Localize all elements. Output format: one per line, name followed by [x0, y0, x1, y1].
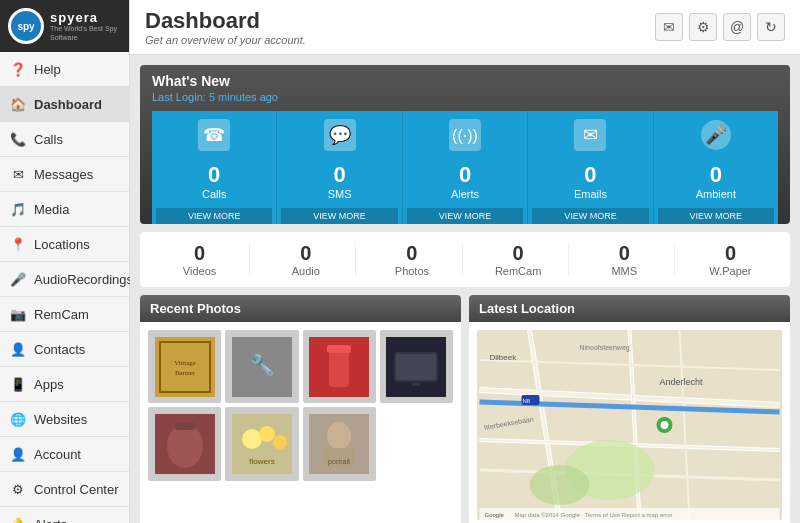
svg-text:Dilbeek: Dilbeek — [490, 353, 518, 362]
svg-text:flowers: flowers — [249, 457, 274, 466]
phone-stat-icon: ☎ — [198, 119, 230, 158]
svg-point-50 — [530, 465, 590, 505]
photo-vintage[interactable]: VintageBanner — [148, 330, 221, 403]
sidebar-label-messages: Messages — [34, 167, 93, 182]
mic-stat-icon: 🎤 — [700, 119, 732, 158]
svg-text:Anderlecht: Anderlecht — [660, 377, 704, 387]
sidebar-item-media[interactable]: 🎵 Media — [0, 192, 129, 227]
secondary-stat-videos: 0 Videos — [150, 242, 250, 277]
sidebar-item-audio-recordings[interactable]: 🎤 AudioRecordings — [0, 262, 129, 297]
secondary-stat-photos: 0 Photos — [362, 242, 462, 277]
svg-rect-12 — [155, 337, 215, 397]
sidebar-item-locations[interactable]: 📍 Locations — [0, 227, 129, 262]
sidebar-item-help[interactable]: ❓ Help — [0, 52, 129, 87]
content-area: What's New Last Login: 5 minutes ago ☎ 0… — [130, 55, 800, 523]
sidebar: spy spyera The World's Best Spy Software… — [0, 0, 130, 523]
stat-view-more-0[interactable]: VIEW MORE — [156, 208, 272, 224]
sidebar-label-account: Account — [34, 447, 81, 462]
stat-value-4: 0 — [710, 162, 722, 188]
sidebar-item-alerts[interactable]: 🔔 Alerts — [0, 507, 129, 523]
svg-text:Ninoofsteenweg: Ninoofsteenweg — [580, 344, 630, 352]
email-icon[interactable]: ✉ — [655, 13, 683, 41]
remcam-icon: 📷 — [10, 306, 26, 322]
header-subtitle: Get an overview of your account. — [145, 34, 306, 46]
photo-tablet[interactable] — [380, 330, 453, 403]
logo-area: spy spyera The World's Best Spy Software — [0, 0, 129, 52]
stat-value-3: 0 — [584, 162, 596, 188]
sec-stat-label-3: RemCam — [469, 265, 568, 277]
sidebar-label-calls: Calls — [34, 132, 63, 147]
sidebar-item-apps[interactable]: 📱 Apps — [0, 367, 129, 402]
map-area: Anderlecht Dilbeek Ninoofsteenweg Itterb… — [477, 330, 782, 520]
latest-location-panel: Latest Location — [469, 295, 790, 523]
sidebar-label-apps: Apps — [34, 377, 64, 392]
sidebar-item-remcam[interactable]: 📷 RemCam — [0, 297, 129, 332]
settings-icon[interactable]: ⚙ — [689, 13, 717, 41]
stat-sms: 💬 0 SMS VIEW MORE — [277, 111, 402, 224]
photo-bottle[interactable] — [303, 330, 376, 403]
svg-rect-20 — [327, 345, 351, 353]
sidebar-item-account[interactable]: 👤 Account — [0, 437, 129, 472]
photo-tools[interactable]: 🔧 — [225, 330, 298, 403]
header-text: Dashboard Get an overview of your accoun… — [145, 8, 306, 46]
sidebar-item-contacts[interactable]: 👤 Contacts — [0, 332, 129, 367]
map-svg: Anderlecht Dilbeek Ninoofsteenweg Itterb… — [477, 330, 782, 520]
bottom-row: Recent Photos VintageBanner🔧flowersportr… — [140, 295, 790, 523]
svg-text:spy: spy — [17, 21, 35, 32]
sidebar-label-audio-recordings: AudioRecordings — [34, 272, 133, 287]
stat-value-0: 0 — [208, 162, 220, 188]
sidebar-item-control-center[interactable]: ⚙ Control Center — [0, 472, 129, 507]
apps-icon: 📱 — [10, 376, 26, 392]
stat-view-more-1[interactable]: VIEW MORE — [281, 208, 397, 224]
svg-text:Map data ©2014 Google · Terms : Map data ©2014 Google · Terms of Use Rep… — [515, 512, 673, 518]
stat-label-4: Ambient — [696, 188, 736, 200]
photo-bag[interactable] — [148, 407, 221, 480]
svg-point-30 — [259, 426, 275, 442]
sidebar-label-locations: Locations — [34, 237, 90, 252]
svg-text:☎: ☎ — [203, 125, 225, 145]
main-area: Dashboard Get an overview of your accoun… — [130, 0, 800, 523]
refresh-icon[interactable]: ↻ — [757, 13, 785, 41]
wifi-stat-icon: ((·)) — [449, 119, 481, 158]
whats-new-section: What's New Last Login: 5 minutes ago ☎ 0… — [140, 65, 790, 224]
svg-text:✉: ✉ — [583, 125, 598, 145]
sidebar-label-contacts: Contacts — [34, 342, 85, 357]
stat-ambient: 🎤 0 Ambient VIEW MORE — [654, 111, 778, 224]
sms-stat-icon: 💬 — [324, 119, 356, 158]
svg-text:Vintage: Vintage — [174, 359, 196, 367]
svg-rect-24 — [412, 383, 420, 386]
svg-point-29 — [242, 429, 262, 449]
sec-stat-label-0: Videos — [150, 265, 249, 277]
svg-rect-23 — [396, 354, 436, 380]
stat-view-more-2[interactable]: VIEW MORE — [407, 208, 523, 224]
sec-stat-label-5: W.Paper — [681, 265, 780, 277]
photo-flowers[interactable]: flowers — [225, 407, 298, 480]
alerts-icon: 🔔 — [10, 516, 26, 523]
stat-label-2: Alerts — [451, 188, 479, 200]
control-center-icon: ⚙ — [10, 481, 26, 497]
latest-location-title: Latest Location — [469, 295, 790, 322]
sec-stat-label-1: Audio — [256, 265, 355, 277]
header-actions: ✉ ⚙ @ ↻ — [655, 13, 785, 41]
svg-point-31 — [273, 435, 287, 449]
stat-view-more-3[interactable]: VIEW MORE — [532, 208, 648, 224]
sidebar-item-calls[interactable]: 📞 Calls — [0, 122, 129, 157]
header: Dashboard Get an overview of your accoun… — [130, 0, 800, 55]
sec-stat-label-4: MMS — [575, 265, 674, 277]
sec-stat-value-1: 0 — [256, 242, 355, 265]
sidebar-item-websites[interactable]: 🌐 Websites — [0, 402, 129, 437]
page-title: Dashboard — [145, 8, 306, 34]
locations-icon: 📍 — [10, 236, 26, 252]
sidebar-item-messages[interactable]: ✉ Messages — [0, 157, 129, 192]
secondary-stats: 0 Videos 0 Audio 0 Photos 0 RemCam 0 MMS… — [140, 232, 790, 287]
photo-portrait[interactable]: portrait — [303, 407, 376, 480]
sidebar-item-dashboard[interactable]: 🏠 Dashboard — [0, 87, 129, 122]
stat-emails: ✉ 0 Emails VIEW MORE — [528, 111, 653, 224]
at-icon[interactable]: @ — [723, 13, 751, 41]
sidebar-label-alerts: Alerts — [34, 517, 67, 524]
stat-view-more-4[interactable]: VIEW MORE — [658, 208, 774, 224]
svg-point-34 — [327, 422, 351, 450]
svg-text:🎤: 🎤 — [705, 124, 728, 146]
sec-stat-value-4: 0 — [575, 242, 674, 265]
logo-icon: spy — [8, 8, 44, 44]
